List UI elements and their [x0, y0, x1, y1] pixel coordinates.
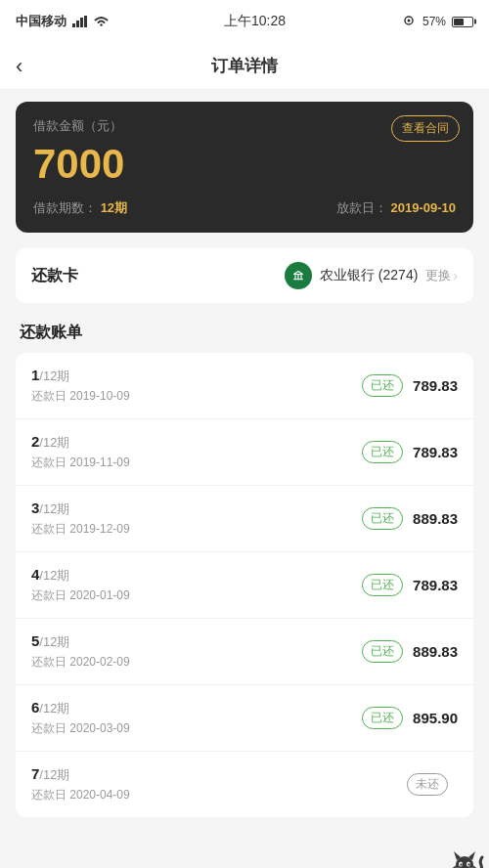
back-button[interactable]: ‹ — [16, 54, 22, 79]
battery-icon — [452, 17, 473, 27]
bill-right: 已还895.90 — [362, 707, 458, 729]
bill-date: 还款日 2019-12-09 — [31, 521, 130, 538]
bill-amount: 789.83 — [413, 444, 458, 460]
bill-period: 4/12期 — [31, 566, 130, 585]
bill-period: 1/12期 — [31, 367, 130, 385]
loan-periods-label: 借款期数： — [33, 200, 97, 215]
view-contract-button[interactable]: 查看合同 — [391, 115, 460, 142]
bill-period: 3/12期 — [31, 499, 130, 518]
bank-symbol-icon — [289, 267, 307, 284]
loan-disburse-date: 放款日： 2019-09-10 — [336, 199, 456, 217]
loan-amount-value: 7000 — [33, 141, 456, 188]
bill-left: 6/12期还款日 2020-03-09 — [31, 699, 130, 737]
bank-name: 农业银行 (2274) — [320, 267, 418, 284]
bill-right: 已还789.83 — [362, 441, 458, 463]
battery-percent: 57% — [422, 15, 446, 28]
loan-disburse-value: 2019-09-10 — [391, 200, 457, 215]
loan-card: 借款金额（元） 7000 借款期数： 12期 放款日： 2019-09-10 查… — [16, 102, 473, 233]
repayment-card-row: 还款卡 农业银行 (2274) 更换 › — [16, 248, 473, 303]
bill-item: 1/12期还款日 2019-10-09已还789.83 — [16, 353, 473, 419]
bill-item: 4/12期还款日 2020-01-09已还789.83 — [16, 552, 473, 619]
status-badge: 已还 — [362, 707, 403, 729]
watermark-area: BLACK CAT — [0, 837, 489, 868]
bill-date: 还款日 2020-03-09 — [31, 720, 130, 737]
bill-right: 已还789.83 — [362, 574, 458, 596]
bill-period: 5/12期 — [31, 632, 130, 651]
bill-left: 3/12期还款日 2019-12-09 — [31, 499, 130, 538]
bill-amount: 789.83 — [413, 377, 458, 394]
status-right: 57% — [401, 15, 473, 28]
page-title: 订单详情 — [211, 55, 278, 77]
back-chevron: ‹ — [16, 54, 22, 79]
bill-right: 已还889.83 — [362, 640, 458, 663]
bill-right: 已还789.83 — [362, 374, 458, 397]
svg-rect-3 — [84, 16, 87, 27]
bill-left: 7/12期还款日 2020-04-09 — [31, 765, 130, 803]
loan-periods: 借款期数： 12期 — [33, 199, 127, 217]
bill-left: 5/12期还款日 2020-02-09 — [31, 632, 130, 671]
svg-point-5 — [407, 20, 410, 22]
loan-disburse-label: 放款日： — [336, 200, 387, 215]
main-content: 借款金额（元） 7000 借款期数： 12期 放款日： 2019-09-10 查… — [0, 90, 489, 837]
carrier-info: 中国移动 — [16, 13, 109, 30]
wifi-icon — [94, 16, 109, 27]
bill-section-header: 还款账单 — [16, 315, 473, 353]
location-icon — [401, 16, 417, 27]
bill-item: 3/12期还款日 2019-12-09已还889.83 — [16, 486, 473, 552]
status-bar: 中国移动 上午10:28 57% — [0, 0, 489, 43]
bank-info: 农业银行 (2274) 更换 › — [285, 262, 458, 289]
bill-date: 还款日 2019-11-09 — [31, 455, 130, 471]
bill-date: 还款日 2019-10-09 — [31, 388, 130, 405]
bill-period: 6/12期 — [31, 699, 130, 717]
bill-amount: 789.83 — [413, 577, 458, 593]
bank-icon — [285, 262, 312, 289]
bill-amount: 889.83 — [413, 643, 458, 660]
repayment-card-title: 还款卡 — [31, 266, 78, 286]
bill-item: 6/12期还款日 2020-03-09已还895.90 — [16, 685, 473, 752]
signal-icon — [72, 16, 88, 27]
bill-left: 2/12期还款日 2019-11-09 — [31, 433, 130, 471]
carrier-name: 中国移动 — [16, 13, 67, 30]
bill-period: 2/12期 — [31, 433, 130, 452]
bill-item: 5/12期还款日 2020-02-09已还889.83 — [16, 619, 473, 685]
status-time: 上午10:28 — [224, 13, 286, 30]
bill-amount: 889.83 — [413, 510, 458, 527]
nav-bar: ‹ 订单详情 — [0, 43, 489, 90]
change-bank-button[interactable]: 更换 › — [425, 267, 458, 284]
bill-date: 还款日 2020-04-09 — [31, 787, 130, 803]
bill-list: 1/12期还款日 2019-10-09已还789.832/12期还款日 2019… — [16, 353, 473, 817]
svg-rect-1 — [76, 21, 79, 27]
status-badge: 已还 — [362, 374, 403, 397]
chevron-right-icon: › — [453, 268, 458, 283]
change-label: 更换 — [425, 267, 451, 284]
status-badge: 已还 — [362, 640, 403, 663]
status-badge: 已还 — [362, 507, 403, 530]
svg-rect-2 — [80, 18, 83, 27]
bill-item: 2/12期还款日 2019-11-09已还789.83 — [16, 419, 473, 486]
svg-point-13 — [460, 863, 462, 865]
bill-left: 4/12期还款日 2020-01-09 — [31, 566, 130, 604]
bill-date: 还款日 2020-01-09 — [31, 587, 130, 604]
loan-periods-value: 12期 — [101, 200, 127, 215]
loan-footer: 借款期数： 12期 放款日： 2019-09-10 — [33, 199, 456, 217]
black-cat-logo — [440, 847, 489, 868]
status-badge: 已还 — [362, 574, 403, 596]
bill-date: 还款日 2020-02-09 — [31, 654, 130, 671]
bill-amount: 895.90 — [413, 710, 458, 726]
bill-right: 已还889.83 — [362, 507, 458, 530]
bill-period: 7/12期 — [31, 765, 130, 784]
watermark-logo: BLACK CAT — [421, 846, 489, 868]
bill-item: 7/12期还款日 2020-04-09未还 — [16, 752, 473, 817]
bill-right: 未还 — [407, 773, 458, 796]
status-badge: 未还 — [407, 773, 448, 796]
status-badge: 已还 — [362, 441, 403, 463]
bill-left: 1/12期还款日 2019-10-09 — [31, 367, 130, 405]
svg-rect-0 — [72, 23, 75, 27]
svg-point-14 — [467, 863, 469, 865]
